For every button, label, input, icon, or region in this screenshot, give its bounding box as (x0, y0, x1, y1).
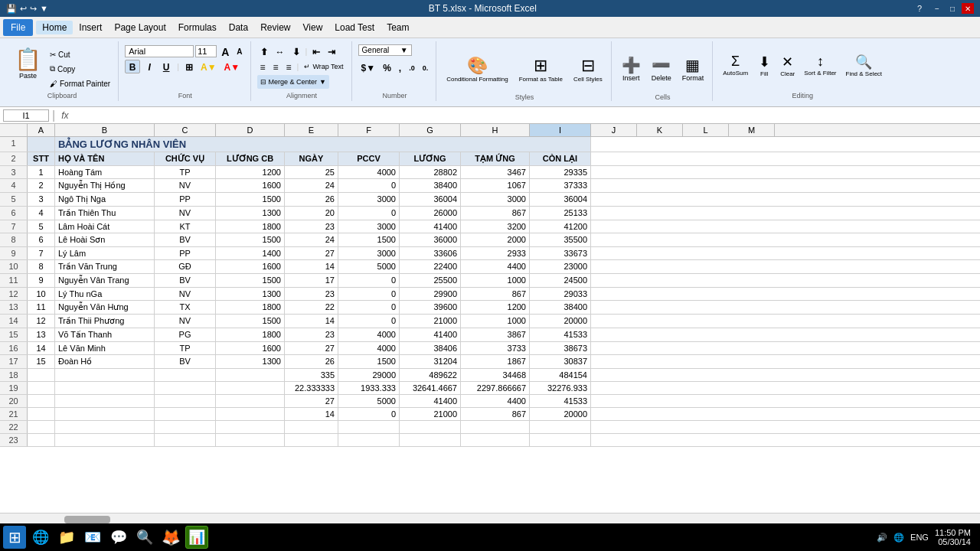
cut-button[interactable]: ✂ Cut (47, 47, 113, 61)
cell-13-7[interactable]: 1200 (461, 301, 530, 314)
taskbar-ie[interactable]: 🌐 (29, 526, 52, 549)
cell-9-1[interactable]: Lý Lâm (55, 247, 155, 259)
cell-5-3[interactable]: 1500 (216, 193, 285, 206)
increase-decimal-button[interactable]: .0 (406, 60, 418, 74)
cell-5-2[interactable]: PP (155, 193, 216, 206)
cell-11-0[interactable]: 9 (28, 274, 55, 287)
cell-5-8[interactable]: 36004 (530, 193, 591, 206)
cell-B1[interactable]: BẢNG LƯƠNG NHÂN VIÊN (55, 137, 591, 152)
merge-center-button[interactable]: ⊟Merge & Center▼ (257, 75, 329, 89)
cell-16-0[interactable]: 14 (28, 342, 55, 354)
cell-sum-20-3[interactable] (216, 395, 285, 407)
format-as-table-button[interactable]: ⊞ Format as Table (515, 46, 567, 92)
cell-14-8[interactable]: 20000 (530, 315, 591, 328)
cell-15-0[interactable]: 13 (28, 328, 55, 341)
indent-increase-button[interactable]: ⇥ (325, 44, 338, 58)
cell-9-0[interactable]: 7 (28, 247, 55, 259)
cell-6-3[interactable]: 1300 (216, 207, 285, 220)
cell-8-4[interactable]: 24 (285, 233, 338, 246)
cell-6-2[interactable]: NV (155, 207, 216, 220)
cell-5-0[interactable]: 3 (28, 193, 55, 206)
cell-9-4[interactable]: 27 (285, 247, 338, 259)
quick-access-redo[interactable]: ↪ (30, 4, 37, 14)
quick-access-undo[interactable]: ↩ (20, 4, 27, 14)
cell-11-2[interactable]: BV (155, 274, 216, 287)
cell-G2[interactable]: LƯƠNG (400, 152, 461, 165)
cell-3-1[interactable]: Hoàng Tám (55, 166, 155, 178)
cell-10-6[interactable]: 22400 (400, 260, 461, 273)
cell-17-8[interactable]: 30837 (530, 355, 591, 368)
bold-button[interactable]: B (125, 60, 140, 73)
cell-9-2[interactable]: PP (155, 247, 216, 259)
col-header-B[interactable]: B (55, 124, 155, 136)
cell-sum-21-8[interactable]: 20000 (530, 408, 591, 420)
file-menu[interactable]: File (3, 19, 33, 36)
cell-4-1[interactable]: Nguyễn Thị Hồng (55, 179, 155, 192)
format-cells-button[interactable]: ▦ Format (678, 46, 708, 92)
cell-16-7[interactable]: 3733 (461, 342, 530, 354)
cell-4-8[interactable]: 37333 (530, 179, 591, 192)
minimize-button[interactable]: − (931, 3, 943, 14)
cell-7-7[interactable]: 3200 (461, 220, 530, 233)
cell-A1[interactable] (28, 137, 55, 152)
cell-5-1[interactable]: Ngô Thị Nga (55, 193, 155, 206)
cell-sum-21-0[interactable] (28, 408, 55, 420)
decrease-decimal-button[interactable]: 0. (420, 60, 432, 74)
cell-16-5[interactable]: 4000 (338, 342, 400, 354)
cell-11-1[interactable]: Nguyễn Vân Trang (55, 274, 155, 287)
cell-sum-18-6[interactable]: 489622 (400, 369, 461, 381)
cell-4-0[interactable]: 2 (28, 179, 55, 192)
align-middle-button[interactable]: ↔ (273, 44, 288, 58)
cell-sum-21-6[interactable]: 21000 (400, 408, 461, 420)
cell-C2[interactable]: CHỨC VỤ (155, 152, 216, 165)
cell-15-7[interactable]: 3867 (461, 328, 530, 341)
cell-8-3[interactable]: 1500 (216, 233, 285, 246)
taskbar-mail[interactable]: 📧 (81, 526, 104, 549)
cell-14-5[interactable]: 0 (338, 315, 400, 328)
maximize-button[interactable]: □ (946, 3, 959, 14)
col-header-E[interactable]: E (285, 124, 338, 136)
cell-10-7[interactable]: 4400 (461, 260, 530, 273)
cell-10-3[interactable]: 1600 (216, 260, 285, 273)
align-center-button[interactable]: ≡ (270, 60, 282, 73)
cell-sum-19-8[interactable]: 32276.933 (530, 382, 591, 394)
cell-sum-18-0[interactable] (28, 369, 55, 381)
cell-11-3[interactable]: 1500 (216, 274, 285, 287)
cell-7-2[interactable]: KT (155, 220, 216, 233)
cell-8-1[interactable]: Lê Hoài Sơn (55, 233, 155, 246)
cell-sum-21-4[interactable]: 14 (285, 408, 338, 420)
cell-17-5[interactable]: 1500 (338, 355, 400, 368)
cell-15-2[interactable]: PG (155, 328, 216, 341)
cell-6-7[interactable]: 867 (461, 207, 530, 220)
cell-4-7[interactable]: 1067 (461, 179, 530, 192)
cell-3-7[interactable]: 3467 (461, 166, 530, 178)
cell-13-4[interactable]: 22 (285, 301, 338, 314)
cell-sum-21-2[interactable] (155, 408, 216, 420)
cell-6-1[interactable]: Trần Thiên Thu (55, 207, 155, 220)
cell-sum-20-2[interactable] (155, 395, 216, 407)
cell-sum-18-3[interactable] (216, 369, 285, 381)
cell-3-8[interactable]: 29335 (530, 166, 591, 178)
cell-17-2[interactable]: BV (155, 355, 216, 368)
paste-button[interactable]: 📋 Paste (11, 44, 45, 82)
cell-16-6[interactable]: 38406 (400, 342, 461, 354)
fill-button[interactable]: ⬇ Fill (753, 46, 775, 84)
cell-15-4[interactable]: 23 (285, 328, 338, 341)
cell-13-2[interactable]: TX (155, 301, 216, 314)
cell-sum-21-7[interactable]: 867 (461, 408, 530, 420)
cell-6-6[interactable]: 26000 (400, 207, 461, 220)
taskbar-excel[interactable]: 📊 (185, 526, 208, 549)
italic-button[interactable]: I (142, 60, 157, 73)
cell-11-4[interactable]: 17 (285, 274, 338, 287)
grid-body[interactable]: 1 BẢNG LƯƠNG NHÂN VIÊN 2 STT HỌ VÀ TÊN C… (0, 137, 980, 513)
quick-access-save[interactable]: 💾 (6, 4, 17, 14)
view-menu[interactable]: View (297, 21, 329, 34)
cell-sum-18-4[interactable]: 335 (285, 369, 338, 381)
font-size-selector[interactable]: 11 (195, 45, 217, 57)
cell-sum-19-0[interactable] (28, 382, 55, 394)
cell-10-1[interactable]: Trần Văn Trung (55, 260, 155, 273)
name-box[interactable]: I1 (3, 109, 49, 122)
col-header-A[interactable]: A (28, 124, 55, 136)
taskbar-explorer[interactable]: 📁 (55, 526, 78, 549)
cell-9-6[interactable]: 33606 (400, 247, 461, 259)
